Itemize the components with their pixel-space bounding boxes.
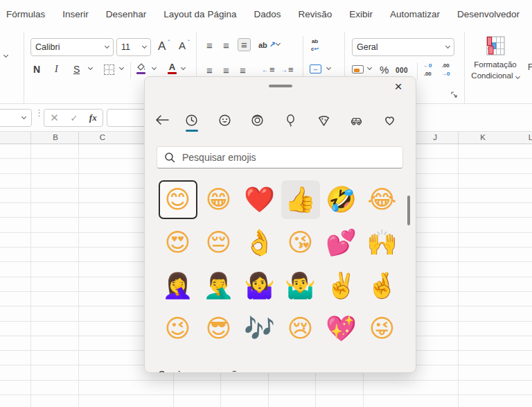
emoji-crying-face[interactable]: 😢 <box>281 309 320 348</box>
emoji-face-blowing-kiss[interactable]: 😘 <box>281 223 320 262</box>
wrap-text-button[interactable]: ab c↩ <box>311 39 319 52</box>
fill-color-dropdown-chevron-icon[interactable] <box>152 65 157 70</box>
drag-handle[interactable] <box>269 85 292 87</box>
align-middle-button[interactable]: ≡ <box>223 40 229 51</box>
decrease-decimal-button[interactable]: ←0 .00 <box>423 63 432 78</box>
accounting-format-button[interactable] <box>352 65 364 73</box>
category-people[interactable] <box>247 108 268 132</box>
ribbon-tab-layout-da-página[interactable]: Layout da Página <box>163 9 236 19</box>
align-center-button[interactable]: ≡ <box>223 65 229 76</box>
align-middle-icon: ≡ <box>223 40 229 51</box>
category-recent[interactable] <box>181 108 202 132</box>
emoji-winking-face[interactable]: 😉 <box>159 309 197 348</box>
emoji-thumbs-up[interactable]: 👍 <box>281 180 320 219</box>
emoji-sparkling-heart[interactable]: 💖 <box>322 309 361 348</box>
ribbon-tab-inserir[interactable]: Inserir <box>62 9 89 19</box>
emoji-face-with-tears-of-joy[interactable]: 😂 <box>363 180 402 219</box>
enter-button[interactable]: ✓ <box>70 113 78 123</box>
merge-dropdown-chevron-icon[interactable] <box>326 65 331 70</box>
font-size-value: 11 <box>121 42 130 52</box>
smiley-icon <box>218 113 232 128</box>
font-name-value: Calibri <box>35 42 60 52</box>
conditional-formatting-button[interactable]: Formatação Condicional <box>468 36 522 81</box>
borders-button[interactable] <box>104 64 114 75</box>
emoji-red-heart[interactable]: ❤️ <box>240 180 279 219</box>
emoji-pensive-face[interactable]: 😔 <box>200 223 238 262</box>
emoji-smiling-face-with-smiling-eyes[interactable]: 😊 <box>159 180 197 219</box>
category-food[interactable] <box>313 108 334 132</box>
orientation-button[interactable]: ab↗ <box>258 40 276 49</box>
italic-button[interactable]: I <box>55 64 58 75</box>
emoji-two-hearts[interactable]: 💕 <box>322 223 361 262</box>
comma-style-button[interactable]: 000 <box>396 67 408 74</box>
percent-style-button[interactable]: % <box>380 64 389 76</box>
back-button[interactable] <box>154 114 175 126</box>
column-header-L[interactable]: L <box>524 133 532 141</box>
paste-dropdown-chevron-icon[interactable] <box>3 53 8 58</box>
emoji-rolling-on-floor-laughing[interactable]: 🤣 <box>322 180 361 219</box>
emoji-victory-hand[interactable]: ✌️ <box>322 266 361 305</box>
emoji-search-input[interactable]: Pesquisar emojis <box>157 146 403 168</box>
emoji-raising-hands[interactable]: 🙌 <box>363 223 402 262</box>
borders-dropdown-chevron-icon[interactable] <box>119 65 124 70</box>
increase-decimal-button[interactable]: .00 →0 <box>441 63 450 78</box>
emoji-ok-hand[interactable]: 👌 <box>240 223 279 262</box>
align-right-button[interactable]: ≡ <box>240 65 246 76</box>
emoji-man-shrugging[interactable]: 🤷‍♂️ <box>281 266 320 305</box>
name-box[interactable] <box>0 109 32 127</box>
number-dialog-launcher-icon[interactable] <box>451 92 458 98</box>
column-header-B[interactable]: B <box>48 133 62 141</box>
underline-dropdown-chevron-icon[interactable] <box>88 65 93 70</box>
formula-bar-grip-icon[interactable]: ⋮ <box>35 111 39 115</box>
close-icon[interactable]: × <box>389 78 407 96</box>
ribbon-tab-exibir[interactable]: Exibir <box>349 9 373 19</box>
category-symbols[interactable] <box>379 108 400 132</box>
emoji-heart-eyes[interactable]: 😍 <box>159 223 197 262</box>
category-smileys[interactable] <box>214 108 235 132</box>
emoji-crossed-fingers[interactable]: 🤞 <box>363 266 402 305</box>
ribbon-tab-desenhar[interactable]: Desenhar <box>106 9 147 19</box>
orientation-dropdown-chevron-icon[interactable] <box>276 41 281 46</box>
number-format-select[interactable]: Geral <box>352 38 454 56</box>
fill-color-button[interactable] <box>136 62 146 74</box>
emoji-man-facepalming[interactable]: 🤦‍♂️ <box>200 266 238 305</box>
ribbon-tab-dados[interactable]: Dados <box>254 9 281 19</box>
emoji-beaming-face[interactable]: 😁 <box>200 180 238 219</box>
column-header-J[interactable]: J <box>428 133 442 141</box>
ribbon-tab-automatizar[interactable]: Automatizar <box>390 9 440 19</box>
align-left-button[interactable]: ≡ <box>206 65 213 76</box>
insert-function-button[interactable]: fx <box>89 112 97 123</box>
ribbon-tab-revisão[interactable]: Revisão <box>298 9 332 19</box>
emoji-woman-shrugging[interactable]: 🤷‍♀️ <box>240 266 279 305</box>
column-header-C[interactable]: C <box>96 133 109 141</box>
align-top-button[interactable]: ≡ <box>206 40 213 51</box>
align-bottom-button-selected[interactable]: ≡ <box>238 38 251 51</box>
align-center-icon: ≡ <box>223 65 229 76</box>
grow-font-button[interactable]: Aˆ <box>158 40 170 53</box>
emoji-smiling-face-sunglasses[interactable]: 😎 <box>200 309 238 348</box>
decrease-indent-button[interactable]: ←≡ <box>262 65 275 74</box>
column-header-K[interactable]: K <box>476 133 490 141</box>
emoji-musical-notes[interactable]: 🎶 <box>240 309 279 348</box>
category-vehicles[interactable] <box>346 108 367 132</box>
fill-color-bar <box>136 72 145 74</box>
font-name-select[interactable]: Calibri <box>30 38 114 56</box>
category-celebrations[interactable] <box>280 108 301 132</box>
merge-center-button[interactable]: ↔ <box>310 64 321 73</box>
ribbon-tab-fórmulas[interactable]: Fórmulas <box>6 9 45 19</box>
ribbon-tab-desenvolvedor[interactable]: Desenvolvedor <box>457 9 520 19</box>
panel-scrollbar[interactable] <box>407 196 410 225</box>
font-color-dropdown-chevron-icon[interactable] <box>181 65 186 70</box>
font-color-button[interactable]: A <box>168 62 177 74</box>
bold-button[interactable]: N <box>33 64 40 75</box>
cancel-button[interactable]: ✕ <box>50 112 59 124</box>
increase-indent-button[interactable]: →≡ <box>281 65 294 74</box>
align-top-icon: ≡ <box>206 40 213 51</box>
accounting-dropdown-chevron-icon[interactable] <box>367 65 372 70</box>
conditional-formatting-icon <box>486 36 505 55</box>
font-size-select[interactable]: 11 <box>116 38 151 56</box>
emoji-winking-face-with-tongue[interactable]: 😜 <box>363 309 402 348</box>
underline-button[interactable]: S <box>73 64 80 75</box>
shrink-font-button[interactable]: Aˇ <box>179 40 190 51</box>
emoji-woman-facepalming[interactable]: 🤦‍♀️ <box>159 266 197 305</box>
